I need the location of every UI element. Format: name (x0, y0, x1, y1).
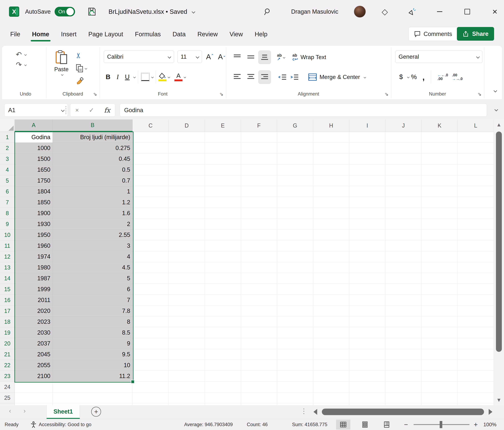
cell-G3[interactable] (277, 154, 313, 165)
cell-D8[interactable] (169, 208, 205, 219)
cell-D25[interactable] (169, 393, 205, 403)
cut-button[interactable]: ✂ (75, 51, 81, 60)
cell-A18[interactable]: 2023 (15, 316, 53, 327)
cell-D7[interactable] (169, 197, 205, 208)
underline-chevron[interactable] (133, 76, 136, 78)
column-header-A[interactable]: A (15, 119, 53, 132)
cell-A15[interactable]: 1999 (15, 284, 53, 295)
cell-J24[interactable] (385, 382, 422, 393)
cell-B14[interactable]: 5 (53, 273, 133, 284)
cell-G21[interactable] (277, 349, 313, 360)
cell-I9[interactable] (349, 219, 385, 229)
cell-I15[interactable] (349, 284, 385, 295)
row-header-5[interactable]: 5 (0, 175, 15, 186)
cell-A12[interactable]: 1974 (15, 251, 53, 262)
cell-C12[interactable] (133, 251, 169, 262)
cell-K17[interactable] (422, 306, 458, 316)
cell-C3[interactable] (133, 154, 169, 165)
cell-H8[interactable] (313, 208, 349, 219)
cell-F19[interactable] (241, 327, 277, 338)
cell-C18[interactable] (133, 316, 169, 327)
row-header-17[interactable]: 17 (0, 306, 15, 316)
user-name[interactable]: Dragan Masulovic (291, 8, 338, 15)
tab-file[interactable]: File (10, 30, 20, 39)
cell-K15[interactable] (422, 284, 458, 295)
cell-B15[interactable]: 6 (53, 284, 133, 295)
cell-E6[interactable] (205, 186, 241, 197)
cell-D12[interactable] (169, 251, 205, 262)
paste-button[interactable]: Paste (51, 50, 72, 75)
cell-E12[interactable] (205, 251, 241, 262)
cell-D17[interactable] (169, 306, 205, 316)
cell-F13[interactable] (241, 262, 277, 273)
cell-I13[interactable] (349, 262, 385, 273)
zoom-slider-knob[interactable] (440, 421, 442, 428)
cell-F14[interactable] (241, 273, 277, 284)
comments-button[interactable]: Comments (408, 27, 458, 41)
cell-D13[interactable] (169, 262, 205, 273)
underline-button[interactable]: U (123, 71, 132, 83)
cell-D20[interactable] (169, 338, 205, 349)
wrap-text-button[interactable]: abc↩ Wrap Text (292, 53, 326, 61)
cell-F20[interactable] (241, 338, 277, 349)
cell-B7[interactable]: 1.2 (53, 197, 133, 208)
cell-B16[interactable]: 7 (53, 295, 133, 306)
cell-F24[interactable] (241, 382, 277, 393)
formula-input[interactable]: Godina (120, 104, 487, 117)
cell-L6[interactable] (458, 186, 494, 197)
cell-J17[interactable] (385, 306, 422, 316)
cell-F25[interactable] (241, 393, 277, 403)
cell-A3[interactable]: 1500 (15, 154, 53, 165)
cell-C25[interactable] (133, 393, 169, 403)
cell-C6[interactable] (133, 186, 169, 197)
cancel-entry-icon[interactable]: × (75, 107, 79, 114)
cell-J14[interactable] (385, 273, 422, 284)
cell-H14[interactable] (313, 273, 349, 284)
cell-K2[interactable] (422, 143, 458, 154)
cell-L25[interactable] (458, 393, 494, 403)
cell-J10[interactable] (385, 229, 422, 240)
cell-J7[interactable] (385, 197, 422, 208)
row-header-15[interactable]: 15 (0, 284, 15, 295)
cell-J9[interactable] (385, 219, 422, 229)
borders-button[interactable] (140, 71, 150, 83)
cell-D23[interactable] (169, 371, 205, 382)
cell-J21[interactable] (385, 349, 422, 360)
row-header-23[interactable]: 23 (0, 371, 15, 382)
cell-C2[interactable] (133, 143, 169, 154)
cell-E19[interactable] (205, 327, 241, 338)
percent-button[interactable]: % (409, 71, 419, 83)
cell-J18[interactable] (385, 316, 422, 327)
cell-C21[interactable] (133, 349, 169, 360)
cell-G6[interactable] (277, 186, 313, 197)
cell-K22[interactable] (422, 360, 458, 371)
cell-B5[interactable]: 0.7 (53, 175, 133, 186)
column-header-G[interactable]: G (277, 119, 313, 132)
cell-D1[interactable] (169, 132, 205, 143)
cell-L3[interactable] (458, 154, 494, 165)
cell-H15[interactable] (313, 284, 349, 295)
tab-page-layout[interactable]: Page Layout (88, 30, 124, 39)
comma-style-button[interactable]: , (419, 71, 428, 83)
column-header-J[interactable]: J (385, 119, 422, 132)
column-header-D[interactable]: D (169, 119, 205, 132)
increase-font-size-button[interactable]: A⌃ (206, 53, 214, 61)
cell-I8[interactable] (349, 208, 385, 219)
currency-button[interactable]: $ (396, 71, 406, 83)
cell-I14[interactable] (349, 273, 385, 284)
copy-button[interactable] (75, 64, 87, 73)
cell-F2[interactable] (241, 143, 277, 154)
cell-K23[interactable] (422, 371, 458, 382)
cell-I24[interactable] (349, 382, 385, 393)
cell-I17[interactable] (349, 306, 385, 316)
cell-E10[interactable] (205, 229, 241, 240)
cell-B8[interactable]: 1.6 (53, 208, 133, 219)
row-header-9[interactable]: 9 (0, 219, 15, 229)
cell-K3[interactable] (422, 154, 458, 165)
cell-L10[interactable] (458, 229, 494, 240)
row-header-18[interactable]: 18 (0, 316, 15, 327)
cell-L21[interactable] (458, 349, 494, 360)
cell-G2[interactable] (277, 143, 313, 154)
align-bottom-button[interactable] (258, 51, 271, 64)
tab-insert[interactable]: Insert (61, 30, 77, 39)
